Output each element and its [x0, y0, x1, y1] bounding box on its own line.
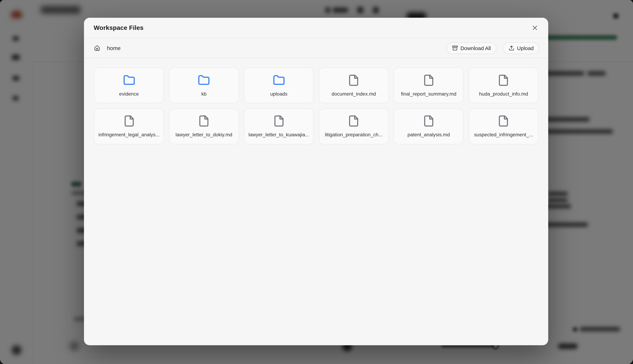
file-icon	[348, 74, 360, 86]
folder-icon	[198, 74, 210, 86]
file-card-label: final_report_summary.md	[401, 91, 456, 96]
file-card-label: patent_analysis.md	[407, 132, 450, 138]
file-card-label: lawyer_letter_to_dokiy.md	[175, 132, 232, 138]
workspace-files-modal: Workspace Files home Downlo	[84, 18, 548, 345]
folder-card[interactable]: uploads	[244, 67, 314, 103]
file-grid: evidence kb uploads document_index.md	[84, 58, 548, 144]
breadcrumb: home	[94, 45, 446, 51]
file-icon	[123, 115, 135, 127]
file-card-label: infringement_legal_analys...	[98, 132, 159, 138]
file-card[interactable]: huda_product_info.md	[469, 67, 538, 103]
upload-label: Upload	[517, 45, 534, 51]
download-all-button[interactable]: Download All	[446, 42, 496, 54]
file-card[interactable]: patent_analysis.md	[394, 108, 464, 144]
file-card[interactable]: lawyer_letter_to_dokiy.md	[169, 108, 239, 144]
file-card[interactable]: document_index.md	[319, 67, 389, 103]
download-all-label: Download All	[461, 45, 491, 51]
archive-icon	[452, 45, 458, 51]
folder-card[interactable]: evidence	[94, 67, 164, 103]
file-card-label: evidence	[119, 91, 139, 96]
file-card[interactable]: suspected_infringement_...	[469, 108, 538, 144]
file-card-label: litigation_preparation_ch...	[325, 132, 383, 138]
folder-icon	[123, 74, 135, 86]
close-icon	[532, 24, 538, 31]
file-card[interactable]: final_report_summary.md	[394, 67, 464, 103]
close-button[interactable]	[530, 23, 540, 33]
upload-button[interactable]: Upload	[503, 42, 539, 54]
breadcrumb-location: home	[107, 45, 121, 51]
modal-toolbar: home Download All Upload	[84, 38, 548, 58]
file-card-label: lawyer_letter_to_kuawajia...	[248, 132, 309, 138]
file-icon	[273, 115, 285, 127]
file-card[interactable]: lawyer_letter_to_kuawajia...	[244, 108, 314, 144]
file-icon	[348, 115, 360, 127]
file-icon	[423, 115, 435, 127]
file-card-label: uploads	[270, 91, 287, 96]
file-card[interactable]: litigation_preparation_ch...	[319, 108, 389, 144]
modal-header: Workspace Files	[84, 18, 548, 38]
file-card-label: document_index.md	[332, 91, 376, 96]
home-icon	[94, 45, 100, 51]
file-icon	[498, 115, 510, 127]
home-button[interactable]	[94, 45, 100, 51]
file-icon	[198, 115, 210, 127]
file-card-label: kb	[201, 91, 207, 96]
file-card-label: huda_product_info.md	[479, 91, 528, 96]
screen: Workspace Files home Downlo	[0, 0, 633, 364]
folder-icon	[273, 74, 285, 86]
file-icon	[423, 74, 435, 86]
file-card[interactable]: infringement_legal_analys...	[94, 108, 164, 144]
folder-card[interactable]: kb	[169, 67, 239, 103]
file-icon	[498, 74, 510, 86]
modal-title: Workspace Files	[94, 24, 530, 32]
upload-icon	[508, 45, 514, 51]
file-card-label: suspected_infringement_...	[474, 132, 533, 138]
